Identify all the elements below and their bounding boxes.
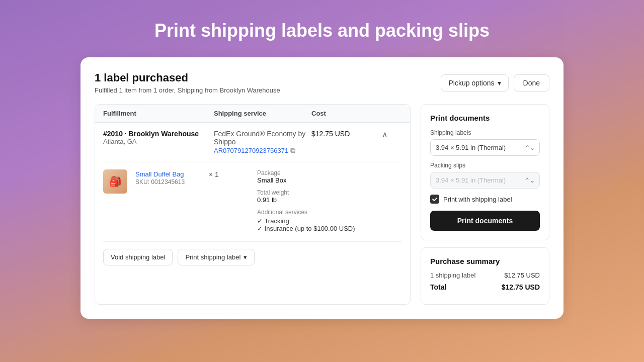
item-image: 🎒 [103, 169, 127, 194]
content-area: Fulfillment Shipping service Cost #2010 … [95, 104, 549, 305]
print-shipping-label-button[interactable]: Print shipping label ▾ [178, 249, 255, 265]
tracking-link[interactable]: AR070791270923756371 ⧉ [214, 146, 295, 155]
chevron-down-icon: ▾ [498, 79, 501, 87]
shipping-service-info: FedEx Ground® Economy by Shippo AR070791… [214, 130, 311, 155]
package-value: Small Box [257, 176, 402, 184]
shipping-label-cost: $12.75 USD [504, 272, 540, 279]
collapse-icon[interactable]: ∧ [382, 130, 402, 139]
packing-slips-select-wrapper: 3.94 × 5.91 in (Thermal) ⌃⌄ [430, 172, 540, 189]
package-section: Package Small Box [257, 169, 402, 184]
shipping-labels-select-wrapper: 3.94 × 5.91 in (Thermal) ⌃⌄ [430, 139, 540, 156]
weight-section: Total weight 0.91 lb [257, 189, 402, 204]
col-expand [382, 110, 402, 117]
item-details: Small Duffel Bag SKU: 0012345613 [135, 169, 201, 232]
package-label: Package [257, 169, 402, 176]
cost-value: $12.75 USD [311, 130, 382, 138]
fulfillment-row-header: #2010 · Brooklyn Warehouse Atlanta, GA F… [103, 130, 402, 155]
action-buttons: Void shipping label Print shipping label… [103, 241, 402, 273]
warehouse-name: #2010 · Brooklyn Warehouse [103, 130, 214, 138]
done-button[interactable]: Done [514, 74, 549, 92]
summary-total-row: Total $12.75 USD [430, 283, 540, 291]
chevron-down-icon-print: ▾ [244, 253, 247, 261]
total-label: Total [430, 283, 446, 291]
service-insurance: ✓ Insurance (up to $100.00 USD) [257, 225, 402, 232]
print-documents-button[interactable]: Print documents [430, 211, 540, 231]
card-header-right: Pickup options ▾ Done [441, 74, 549, 92]
purchase-summary-title: Purchase summary [430, 257, 540, 265]
print-with-label-text: Print with shipping label [443, 196, 512, 203]
checkmark-icon [432, 196, 438, 202]
shipping-labels-label: Shipping labels [430, 129, 540, 136]
weight-label: Total weight [257, 189, 402, 196]
copy-icon: ⧉ [290, 146, 295, 155]
location: Atlanta, GA [103, 138, 214, 145]
fulfillment-row: #2010 · Brooklyn Warehouse Atlanta, GA F… [95, 123, 410, 273]
print-with-label-checkbox[interactable] [430, 195, 439, 204]
card-header-left: 1 label purchased Fulfilled 1 item from … [95, 71, 280, 94]
packing-slips-select[interactable]: 3.94 × 5.91 in (Thermal) [430, 172, 540, 189]
shipping-labels-section: Shipping labels 3.94 × 5.91 in (Thermal)… [430, 129, 540, 156]
fulfillment-info: #2010 · Brooklyn Warehouse Atlanta, GA [103, 130, 214, 145]
item-package-info: Package Small Box Total weight 0.91 lb A… [257, 169, 402, 232]
additional-services: Additional services ✓ Tracking ✓ Insuran… [257, 209, 402, 232]
service-tracking: ✓ Tracking [257, 217, 402, 225]
pickup-options-label: Pickup options [448, 79, 494, 87]
total-value: $12.75 USD [502, 283, 540, 291]
item-qty: × 1 [209, 169, 249, 232]
page-title: Print shipping labels and packing slips [154, 20, 490, 41]
item-sku: SKU: 0012345613 [135, 178, 201, 186]
label-count: 1 label purchased [95, 71, 280, 84]
print-documents-title: Print documents [430, 114, 540, 122]
packing-slips-label: Packing slips [430, 162, 540, 169]
weight-value: 0.91 lb [257, 196, 402, 204]
print-documents-card: Print documents Shipping labels 3.94 × 5… [421, 104, 549, 240]
summary-shipping-row: 1 shipping label $12.75 USD [430, 272, 540, 279]
carrier: FedEx Ground® Economy by Shippo [214, 130, 311, 146]
print-with-label-row: Print with shipping label [430, 195, 540, 204]
subtitle: Fulfilled 1 item from 1 order, Shipping … [95, 86, 280, 94]
void-shipping-label-button[interactable]: Void shipping label [103, 249, 173, 265]
pickup-options-button[interactable]: Pickup options ▾ [441, 74, 508, 92]
col-shipping-service: Shipping service [214, 110, 311, 117]
shipping-labels-select[interactable]: 3.94 × 5.91 in (Thermal) [430, 139, 540, 156]
item-name-link[interactable]: Small Duffel Bag [135, 170, 184, 178]
item-row: 🎒 Small Duffel Bag SKU: 0012345613 × 1 P… [103, 162, 402, 239]
table-header: Fulfillment Shipping service Cost [95, 105, 410, 123]
main-card: 1 label purchased Fulfilled 1 item from … [80, 57, 564, 319]
packing-slips-section: Packing slips 3.94 × 5.91 in (Thermal) ⌃… [430, 162, 540, 189]
purchase-summary-card: Purchase summary 1 shipping label $12.75… [421, 247, 549, 305]
fulfillment-table: Fulfillment Shipping service Cost #2010 … [95, 104, 411, 305]
card-header: 1 label purchased Fulfilled 1 item from … [95, 71, 549, 94]
col-cost: Cost [311, 110, 382, 117]
col-fulfillment: Fulfillment [103, 110, 214, 117]
right-panel: Print documents Shipping labels 3.94 × 5… [421, 104, 549, 305]
additional-label: Additional services [257, 209, 402, 216]
shipping-label-text: 1 shipping label [430, 272, 475, 279]
